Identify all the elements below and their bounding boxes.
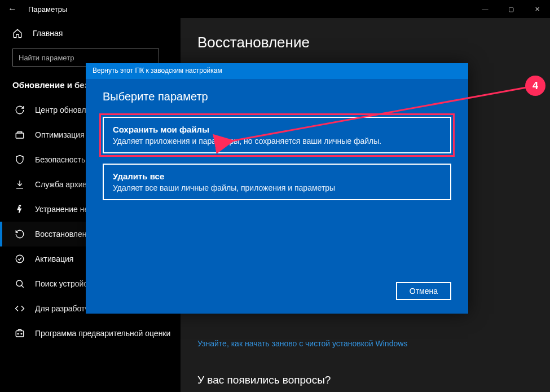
window-title: Параметры — [28, 5, 67, 14]
option-description: Удаляет все ваши личные файлы, приложени… — [113, 183, 441, 192]
minimize-button[interactable]: — — [472, 0, 498, 18]
shield-icon — [15, 155, 25, 165]
option-remove-everything[interactable]: Удалить все Удаляет все ваши личные файл… — [103, 164, 451, 200]
sidebar-home[interactable]: Главная — [0, 24, 181, 46]
sidebar-item-insider[interactable]: Программа предварительной оценки Windows — [0, 321, 181, 346]
troubleshoot-icon — [15, 204, 25, 214]
svg-point-2 — [16, 280, 23, 287]
annotation-step-badge: 4 — [525, 76, 545, 96]
svg-point-5 — [21, 333, 22, 334]
titlebar: ← Параметры — ▢ ✕ — [0, 0, 550, 18]
maximize-button[interactable]: ▢ — [498, 0, 524, 18]
insider-icon — [15, 328, 25, 338]
close-button[interactable]: ✕ — [524, 0, 550, 18]
recovery-icon — [15, 229, 25, 239]
svg-rect-0 — [16, 133, 24, 138]
activation-icon — [15, 254, 25, 264]
sync-icon — [15, 105, 25, 115]
dialog-header: Вернуть этот ПК к заводским настройкам — [86, 63, 468, 79]
option-title: Сохранить мои файлы — [113, 125, 441, 134]
reset-pc-dialog: Вернуть этот ПК к заводским настройкам В… — [86, 63, 468, 314]
option-title: Удалить все — [113, 171, 441, 181]
fresh-start-link[interactable]: Узнайте, как начать заново с чистой уста… — [197, 339, 533, 348]
home-icon — [12, 28, 23, 38]
svg-point-4 — [17, 333, 19, 334]
backup-icon — [15, 179, 25, 190]
cancel-button[interactable]: Отмена — [396, 282, 451, 300]
delivery-icon — [15, 130, 25, 140]
page-title: Восстановление — [197, 34, 533, 51]
option-description: Удаляет приложения и параметры, но сохра… — [113, 136, 441, 146]
window-controls: — ▢ ✕ — [472, 0, 550, 18]
find-icon — [15, 279, 25, 289]
svg-rect-3 — [16, 331, 24, 337]
sidebar-item-label: Программа предварительной оценки Windows — [35, 329, 170, 338]
developers-icon — [15, 303, 25, 314]
svg-point-1 — [16, 255, 24, 263]
dialog-title: Выберите параметр — [103, 90, 451, 103]
home-label: Главная — [33, 29, 63, 38]
back-button[interactable]: ← — [6, 4, 19, 14]
questions-heading: У вас появились вопросы? — [197, 374, 533, 386]
option-keep-files[interactable]: Сохранить мои файлы Удаляет приложения и… — [103, 117, 451, 153]
